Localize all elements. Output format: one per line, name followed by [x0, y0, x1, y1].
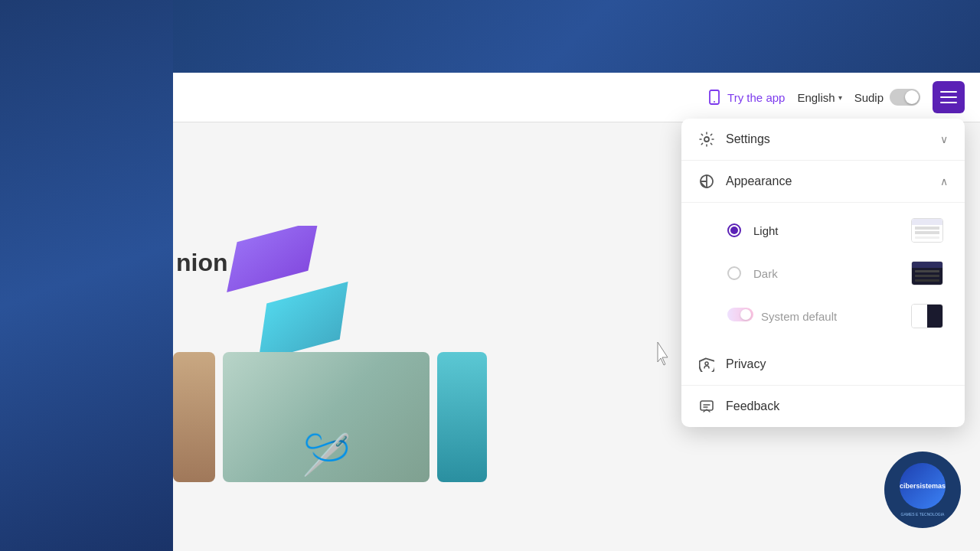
- privacy-menu-item[interactable]: Privacy: [681, 344, 965, 386]
- menu-line-3: [940, 102, 957, 103]
- privacy-icon: [698, 356, 715, 373]
- theme-light-option[interactable]: Light: [681, 209, 965, 252]
- system-label: System default: [761, 310, 899, 323]
- menu-line-1: [940, 91, 957, 93]
- partial-word: nion: [176, 249, 228, 277]
- svg-point-1: [714, 101, 715, 103]
- system-toggle-icon: [727, 308, 749, 324]
- light-preview: [911, 218, 943, 243]
- hamburger-menu-button[interactable]: [933, 81, 965, 113]
- user-name: Sudip: [854, 91, 884, 104]
- light-radio-button[interactable]: [727, 223, 741, 237]
- svg-marker-3: [227, 226, 330, 292]
- language-label: English: [797, 91, 835, 104]
- light-label: Light: [753, 224, 899, 237]
- settings-menu-item[interactable]: Settings ∨: [681, 119, 965, 161]
- feedback-menu-item[interactable]: Feedback: [681, 386, 965, 427]
- image-grid: 🪡: [173, 352, 487, 482]
- thumbnail-2: 🪡: [223, 352, 430, 482]
- svg-rect-8: [701, 401, 713, 410]
- dark-label: Dark: [753, 267, 899, 280]
- try-app-button[interactable]: Try the app: [706, 89, 785, 106]
- settings-icon: [698, 131, 715, 148]
- cibersistemas-logo: cibersistemas GAMES E TECNOLOGIA: [884, 452, 961, 528]
- appearance-label: Appearance: [726, 174, 929, 188]
- appearance-chevron-icon: ∧: [940, 175, 948, 187]
- feedback-icon: [698, 398, 715, 415]
- svg-point-7: [705, 362, 708, 365]
- settings-label: Settings: [726, 132, 929, 146]
- try-app-label: Try the app: [727, 91, 785, 104]
- privacy-label: Privacy: [726, 357, 948, 371]
- appearance-options: Light Dark: [681, 203, 965, 344]
- dark-preview: [911, 261, 943, 285]
- navbar: Try the app English ▾ Sudip: [173, 73, 980, 122]
- cibersistemas-tagline: GAMES E TECNOLOGIA: [901, 512, 945, 517]
- sewing-machine-emoji: 🪡: [302, 432, 351, 478]
- theme-system-option[interactable]: System default: [681, 295, 965, 337]
- menu-line-2: [940, 96, 957, 98]
- dropdown-menu: Settings ∨ Appearance ∧ Light: [681, 119, 965, 427]
- system-preview: [911, 304, 943, 328]
- thumbnail-1: [173, 352, 215, 482]
- feedback-label: Feedback: [726, 399, 948, 413]
- svg-marker-4: [244, 282, 361, 356]
- arrow-graphic: [227, 226, 380, 356]
- phone-icon: [706, 89, 723, 106]
- thumbnail-3: [437, 352, 487, 482]
- appearance-menu-item[interactable]: Appearance ∧: [681, 161, 965, 203]
- language-selector[interactable]: English ▾: [797, 91, 841, 104]
- theme-dark-option[interactable]: Dark: [681, 252, 965, 295]
- user-toggle[interactable]: [890, 89, 920, 106]
- settings-chevron-icon: ∨: [940, 133, 948, 145]
- user-area: Sudip: [854, 89, 920, 106]
- language-arrow: ▾: [838, 93, 842, 102]
- cibersistemas-name: cibersistemas: [900, 482, 946, 491]
- svg-point-5: [704, 137, 709, 142]
- svg-rect-2: [712, 90, 717, 91]
- dark-radio-button[interactable]: [727, 266, 741, 280]
- appearance-icon: [698, 173, 715, 190]
